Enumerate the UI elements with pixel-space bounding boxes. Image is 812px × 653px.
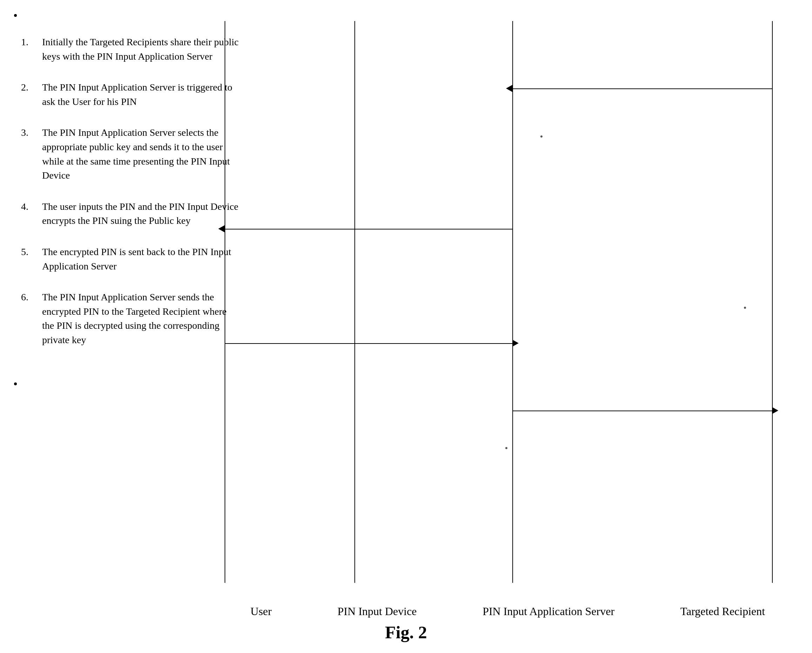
step-text-2: The PIN Input Application Server is trig…: [42, 82, 232, 107]
step-item-6: 6.The PIN Input Application Server sends…: [21, 290, 239, 347]
actor-label-pin_input_device: PIN Input Device: [337, 605, 417, 618]
step-list: 1.Initially the Targeted Recipients shar…: [21, 35, 239, 364]
decorative-dot: [744, 307, 746, 309]
lifeline-user: [224, 21, 225, 583]
step-text-4: The user inputs the PIN and the PIN Inpu…: [42, 201, 238, 226]
step-item-3: 3.The PIN Input Application Server selec…: [21, 126, 239, 183]
lifeline-pin_input_device: [354, 21, 355, 583]
lifeline-pin_input_server: [512, 21, 513, 583]
arrow-line-arrow3: [224, 229, 512, 229]
step-item-4: 4.The user inputs the PIN and the PIN In…: [21, 200, 239, 228]
step-num-6: 6.: [21, 290, 28, 305]
decorative-dot-2: [14, 383, 17, 385]
step-text-1: Initially the Targeted Recipients share …: [42, 37, 239, 62]
step-item-2: 2.The PIN Input Application Server is tr…: [21, 80, 239, 109]
sequence-diagram: [218, 21, 798, 583]
step-num-3: 3.: [21, 126, 28, 140]
actor-label-user: User: [250, 605, 272, 618]
arrowhead-arrow3: [218, 225, 224, 232]
figure-caption: Fig. 2: [0, 622, 812, 642]
actor-label-pin_input_server: PIN Input Application Server: [482, 605, 614, 618]
step-num-4: 4.: [21, 200, 28, 214]
step-text-3: The PIN Input Application Server selects…: [42, 127, 230, 181]
decorative-dot: [540, 136, 542, 137]
actor-label-targeted_recipient: Targeted Recipient: [681, 605, 765, 618]
step-num-1: 1.: [21, 35, 28, 49]
decorative-dot-1: [14, 14, 17, 17]
step-item-5: 5.The encrypted PIN is sent back to the …: [21, 245, 239, 273]
step-text-5: The encrypted PIN is sent back to the PI…: [42, 246, 231, 272]
arrowhead-arrow1: [506, 85, 512, 92]
page: 1.Initially the Targeted Recipients shar…: [0, 0, 812, 653]
decorative-dot: [505, 447, 507, 449]
arrow-line-arrow1: [512, 88, 772, 89]
actor-labels: UserPIN Input DevicePIN Input Applicatio…: [218, 605, 798, 618]
step-item-1: 1.Initially the Targeted Recipients shar…: [21, 35, 239, 64]
arrowhead-arrow5: [512, 340, 519, 347]
lifeline-targeted_recipient: [772, 21, 773, 583]
step-num-5: 5.: [21, 245, 28, 259]
arrow-line-arrow6: [512, 410, 772, 411]
arrow-line-arrow5: [224, 343, 512, 344]
arrowhead-arrow6: [772, 407, 778, 414]
step-text-6: The PIN Input Application Server sends t…: [42, 291, 227, 345]
step-num-2: 2.: [21, 80, 28, 95]
